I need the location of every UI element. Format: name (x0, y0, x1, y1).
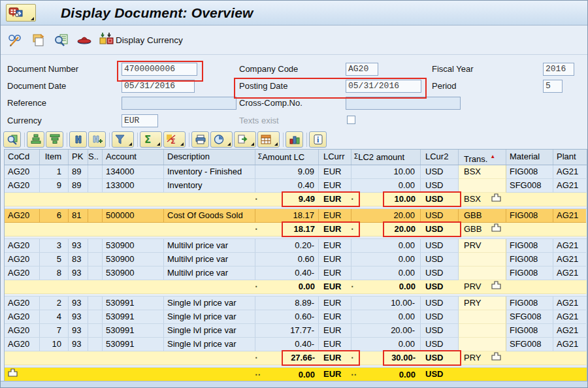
cell-s[interactable] (88, 209, 103, 223)
cross-comp-no-field[interactable] (346, 97, 461, 110)
cell-account[interactable]: 500000 (103, 209, 164, 223)
cell-item[interactable]: 8 (40, 267, 69, 280)
cell-cocd[interactable]: AG20 (5, 179, 40, 193)
cell-trans[interactable] (459, 338, 506, 351)
cell-account[interactable]: 134000 (103, 165, 164, 179)
cell-lcurr[interactable]: EUR (319, 179, 351, 193)
currency-field[interactable]: EUR (122, 114, 158, 127)
reference-field[interactable] (122, 97, 237, 110)
cell-material[interactable]: FIG008 (506, 165, 553, 179)
cell-desc[interactable]: Single lvl price var (164, 324, 255, 338)
choose-layout-button[interactable] (257, 131, 280, 148)
cell-plant[interactable]: AG21 (553, 324, 586, 338)
cell-desc[interactable]: Multilvl price var (164, 253, 255, 267)
cell-item[interactable]: 4 (40, 310, 69, 324)
cell-s[interactable] (88, 324, 103, 338)
table-row[interactable]: AG20793530991Single lvl price var17.77-E… (5, 324, 587, 338)
cell-s[interactable] (88, 253, 103, 267)
cell-cocd[interactable]: AG20 (5, 267, 40, 280)
column-header-account[interactable]: Account (103, 150, 164, 165)
table-row[interactable]: AG20583530900Multilvl price var0.60EUR0.… (5, 253, 587, 267)
views-button[interactable] (210, 131, 233, 148)
cell-cocd[interactable]: AG20 (5, 310, 40, 324)
column-header-plant[interactable]: Plant (553, 150, 586, 165)
subtotal-button[interactable]: Σ (163, 131, 186, 148)
column-header-item[interactable]: Item (40, 150, 69, 165)
cell-pk[interactable]: 93 (69, 338, 88, 351)
cell-desc[interactable]: Single lvl price var (164, 338, 255, 351)
cell-plant[interactable]: AG21 (553, 209, 586, 223)
column-header-desc[interactable]: Description (164, 150, 255, 165)
cell-material[interactable]: FIG008 (506, 267, 553, 280)
cell-desc[interactable]: Inventory - Finished (164, 165, 255, 179)
display-currency-button[interactable]: Display Currency (99, 31, 183, 48)
find-document-icon[interactable] (53, 31, 70, 48)
cell-lc[interactable]: 8.89- (255, 297, 319, 310)
cell-s[interactable] (88, 179, 103, 193)
cell-lc2[interactable]: 0.00 (351, 267, 421, 280)
period-field[interactable]: 5 (543, 80, 563, 93)
cell-plant[interactable]: AG21 (553, 267, 586, 280)
cell-material[interactable]: FIG008 (506, 297, 553, 310)
cell-trans[interactable]: BSX (459, 165, 506, 179)
cell-account[interactable]: 530991 (103, 338, 164, 351)
cell-item[interactable]: 7 (40, 324, 69, 338)
column-header-s[interactable]: S.. (88, 150, 103, 165)
cell-lcur2[interactable]: USD (421, 297, 459, 310)
cell-account[interactable]: 530900 (103, 253, 164, 267)
info-button[interactable]: i (309, 131, 327, 148)
display-change-icon[interactable] (7, 31, 24, 48)
company-code-field[interactable]: AG20 (346, 63, 378, 76)
cell-account[interactable]: 530991 (103, 297, 164, 310)
cell-account[interactable]: 530900 (103, 239, 164, 253)
cell-trans[interactable] (459, 267, 506, 280)
cell-cocd[interactable]: AG20 (5, 165, 40, 179)
cell-material[interactable]: SFG008 (506, 179, 553, 193)
transaction-menu-button[interactable] (6, 4, 36, 22)
table-row[interactable]: AG20189134000Inventory - Finished9.09EUR… (5, 165, 587, 179)
cell-material[interactable]: FIG008 (506, 324, 553, 338)
cell-item[interactable]: 6 (40, 209, 69, 223)
table-row[interactable]: AG201093530991Single lvl price var0.40-E… (5, 338, 587, 351)
cell-item[interactable]: 10 (40, 338, 69, 351)
copy-icon[interactable] (30, 31, 47, 48)
print-button[interactable] (191, 131, 209, 148)
cell-lc2[interactable]: 10.00 (351, 165, 421, 179)
cell-item[interactable]: 2 (40, 297, 69, 310)
cell-trans[interactable] (459, 324, 506, 338)
cell-lc2[interactable]: 10.00- (351, 297, 421, 310)
cell-pk[interactable]: 93 (69, 324, 88, 338)
cell-pk[interactable]: 81 (69, 209, 88, 223)
cell-lc2[interactable]: 0.00 (351, 253, 421, 267)
find-button[interactable] (69, 131, 87, 148)
cell-pk[interactable]: 93 (69, 297, 88, 310)
cell-s[interactable] (88, 239, 103, 253)
cell-plant[interactable]: AG21 (553, 239, 586, 253)
cell-material[interactable]: FIG008 (506, 209, 553, 223)
cell-desc[interactable]: Multilvl price var (164, 267, 255, 280)
cell-plant[interactable]: AG21 (553, 297, 586, 310)
cell-lcur2[interactable]: USD (421, 239, 459, 253)
cell-lc[interactable]: 18.17 (255, 209, 319, 223)
cell-lc[interactable]: 17.77- (255, 324, 319, 338)
cell-lc2[interactable]: 0.00 (351, 338, 421, 351)
cell-s[interactable] (88, 267, 103, 280)
graphic-button[interactable] (286, 131, 303, 148)
cell-lcurr[interactable]: EUR (319, 310, 351, 324)
cell-lcur2[interactable]: USD (421, 179, 459, 193)
table-row[interactable]: AG20989133000Inventory0.40EUR0.00USDSFG0… (5, 179, 587, 193)
cell-item[interactable]: 9 (40, 179, 69, 193)
cell-account[interactable]: 530991 (103, 324, 164, 338)
posting-date-field[interactable]: 05/31/2016 (346, 80, 421, 93)
filter-button[interactable] (112, 131, 134, 148)
cell-desc[interactable]: Single lvl price var (164, 310, 255, 324)
cell-pk[interactable]: 93 (69, 239, 88, 253)
document-number-field[interactable]: 4700000006 (122, 63, 197, 76)
cell-lc[interactable]: 0.60- (255, 310, 319, 324)
cell-lc[interactable]: 0.40- (255, 338, 319, 351)
cell-s[interactable] (88, 297, 103, 310)
cell-lc[interactable]: 0.60 (255, 253, 319, 267)
cell-trans[interactable] (459, 253, 506, 267)
cell-account[interactable]: 133000 (103, 179, 164, 193)
cell-account[interactable]: 530900 (103, 267, 164, 280)
